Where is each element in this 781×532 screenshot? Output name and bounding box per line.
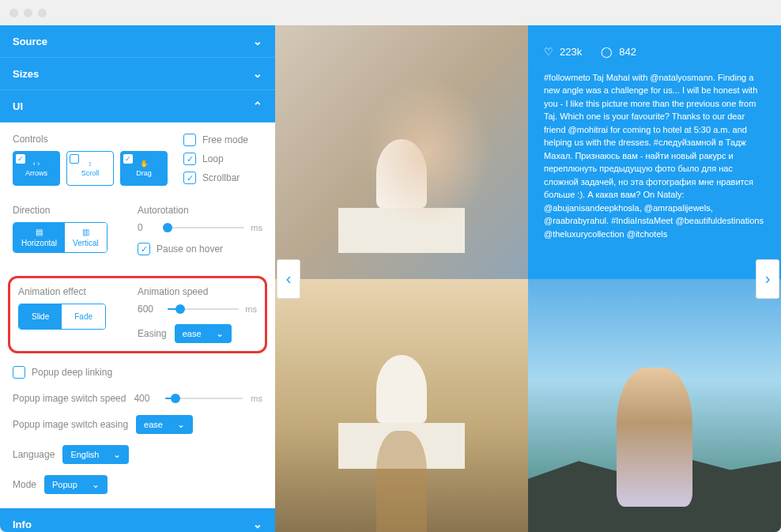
comments-count: 842 [619,44,636,60]
checkbox-icon: ✓ [183,172,196,184]
accordion-label: Source [13,36,47,47]
checkbox-label: Free mode [202,134,248,145]
likes-count: 223k [560,44,582,60]
post-caption: #followmeto Taj Mahal with @natalyosmann… [544,71,765,241]
popup-switch-speed-value: 400 [134,393,157,404]
segment-label: Horizontal [21,239,57,247]
control-label: Drag [136,169,152,177]
dropdown-value: ease [183,329,202,338]
comment-icon: ◯ [601,44,613,60]
accordion-label: UI [13,100,23,112]
vertical-icon: ▥ [82,228,89,236]
likes-stat[interactable]: ♡ 223k [544,44,582,60]
language-label: Language [13,449,55,460]
popup-switch-speed-label: Popup image switch speed [13,393,126,404]
dropdown-value: Popup [52,480,77,489]
mode-dropdown[interactable]: Popup [44,475,108,494]
highlight-box: Animation effect Slide Fade [8,276,267,353]
popup-switch-speed-slider[interactable] [165,398,243,399]
heart-icon: ♡ [544,44,553,60]
checkbox-icon [183,134,196,146]
chevron-up-icon: ⌃ [253,100,262,112]
control-drag[interactable]: ✓ ✋ Drag [120,151,168,186]
control-arrows[interactable]: ✓ ‹ › Arrows [13,151,60,186]
checkbox-icon: ✓ [183,153,196,165]
controls-group: ✓ ‹ › Arrows ✓ ↕ Scroll ✓ ✋ [13,151,168,186]
autorotation-label: Autorotation [138,205,262,216]
chevron-down-icon: ⌄ [253,67,262,80]
accordion-label: Info [13,519,32,530]
checkbox-label: Pause on hover [157,243,223,255]
accordion-info[interactable]: Info ⌄ [0,508,275,532]
gallery-next-button[interactable]: › [756,259,779,299]
accordion-source[interactable]: Source ⌄ [0,25,275,58]
gallery-image-1[interactable] [275,25,528,279]
segment-label: Fade [74,312,92,321]
control-label: Arrows [25,169,47,177]
checkbox-icon: ✓ [16,154,25,164]
mode-label: Mode [13,479,36,490]
autorotation-value: 0 [138,222,161,233]
comments-stat[interactable]: ◯ 842 [601,44,636,60]
animation-speed-label: Animation speed [138,286,257,297]
popup-switch-easing-dropdown[interactable]: ease [136,415,193,434]
controls-label: Controls [13,134,168,145]
checkbox-label: Scrollbar [202,172,240,183]
easing-label: Easing [138,328,167,339]
unit-label: ms [245,304,257,314]
segment-label: Slide [32,312,49,321]
preview-pane: ♡ 223k ◯ 842 #followmeto Taj Mahal with … [275,25,781,532]
ui-panel: Controls ✓ ‹ › Arrows ✓ ↕ Scroll [0,123,275,508]
unit-label: ms [251,394,262,403]
traffic-light-minimize[interactable] [24,9,32,17]
dropdown-value: English [70,450,99,459]
language-dropdown[interactable]: English [62,445,129,464]
effect-fade[interactable]: Fade [62,304,105,329]
segment-label: Vertical [73,239,99,247]
traffic-light-close[interactable] [9,9,18,17]
drag-icon: ✋ [140,160,149,168]
checkbox-label: Popup deep linking [32,367,112,378]
animation-speed-value: 600 [138,304,161,315]
direction-vertical[interactable]: ▥ Vertical [65,223,107,252]
accordion-ui[interactable]: UI ⌃ [0,90,275,123]
gallery-info-card: ♡ 223k ◯ 842 #followmeto Taj Mahal with … [528,25,781,279]
dropdown-value: ease [144,420,163,429]
checkbox-icon: ✓ [123,154,133,164]
gallery-image-2[interactable] [275,279,528,533]
free-mode-checkbox[interactable]: Free mode [183,134,262,146]
checkbox-icon [13,366,25,379]
checkbox-label: Loop [202,153,224,164]
traffic-light-zoom[interactable] [38,9,47,17]
direction-segment: ▤ Horizontal ▥ Vertical [13,222,108,253]
horizontal-icon: ▤ [36,228,43,236]
checkbox-icon: ✓ [70,154,79,164]
pause-on-hover-checkbox[interactable]: ✓ Pause on hover [138,243,262,255]
accordion-sizes[interactable]: Sizes ⌄ [0,58,275,90]
chevron-down-icon: ⌄ [253,518,262,530]
easing-dropdown[interactable]: ease [175,324,232,343]
gallery-prev-button[interactable]: ‹ [277,259,300,299]
chevron-down-icon: ⌄ [253,35,262,47]
arrows-icon: ‹ › [33,160,40,168]
loop-checkbox[interactable]: ✓ Loop [183,153,262,165]
direction-horizontal[interactable]: ▤ Horizontal [13,223,65,252]
chevron-left-icon: ‹ [286,270,292,288]
checkbox-icon: ✓ [138,243,150,255]
window-titlebar [0,0,781,25]
scrollbar-checkbox[interactable]: ✓ Scrollbar [183,172,262,184]
animation-effect-label: Animation effect [18,286,138,297]
control-label: Scroll [81,169,100,177]
popup-deep-linking-checkbox[interactable]: Popup deep linking [13,366,262,379]
unit-label: ms [251,223,262,232]
animation-speed-slider[interactable] [168,308,239,310]
popup-switch-easing-label: Popup image switch easing [13,419,128,430]
effect-slide[interactable]: Slide [19,304,62,329]
scroll-icon: ↕ [89,160,92,168]
gallery-image-3[interactable] [528,279,781,533]
autorotation-slider[interactable] [168,227,244,228]
settings-sidebar: Source ⌄ Sizes ⌄ UI ⌃ Controls ✓ [0,25,275,532]
effect-segment: Slide Fade [18,304,106,330]
control-scroll[interactable]: ✓ ↕ Scroll [66,151,114,186]
direction-label: Direction [13,205,138,216]
